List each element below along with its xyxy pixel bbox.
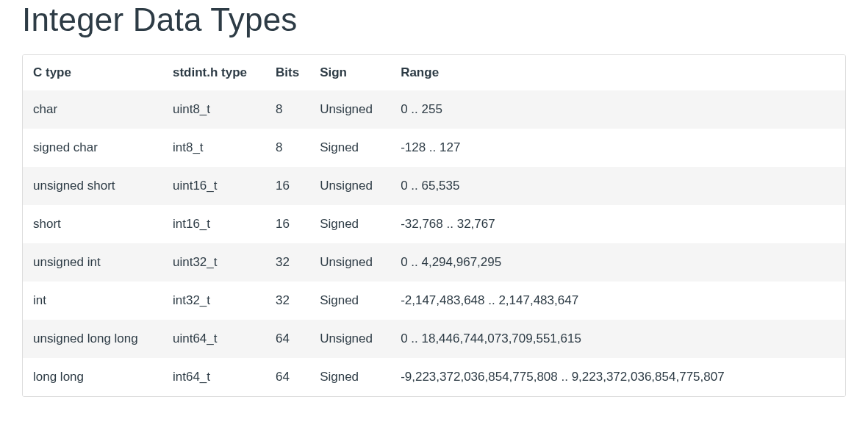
cell-bits: 8	[265, 90, 309, 129]
cell-range: -2,147,483,648 .. 2,147,483,647	[390, 282, 845, 320]
table-row: unsigned short uint16_t 16 Unsigned 0 ..…	[23, 167, 845, 205]
cell-ctype: signed char	[23, 129, 162, 167]
cell-ctype: unsigned long long	[23, 320, 162, 358]
cell-stdint: int16_t	[162, 205, 265, 243]
cell-range: -9,223,372,036,854,775,808 .. 9,223,372,…	[390, 358, 845, 396]
table-row: unsigned int uint32_t 32 Unsigned 0 .. 4…	[23, 243, 845, 282]
cell-stdint: uint64_t	[162, 320, 265, 358]
cell-range: -32,768 .. 32,767	[390, 205, 845, 243]
cell-range: 0 .. 18,446,744,073,709,551,615	[390, 320, 845, 358]
cell-range: 0 .. 4,294,967,295	[390, 243, 845, 282]
cell-sign: Signed	[309, 129, 390, 167]
cell-range: 0 .. 255	[390, 90, 845, 129]
cell-ctype: int	[23, 282, 162, 320]
cell-stdint: int64_t	[162, 358, 265, 396]
table-header-row: C type stdint.h type Bits Sign Range	[23, 55, 845, 90]
table-row: signed char int8_t 8 Signed -128 .. 127	[23, 129, 845, 167]
cell-bits: 64	[265, 358, 309, 396]
cell-ctype: unsigned int	[23, 243, 162, 282]
cell-sign: Unsigned	[309, 243, 390, 282]
cell-sign: Unsigned	[309, 167, 390, 205]
integer-types-table-container: C type stdint.h type Bits Sign Range cha…	[22, 54, 846, 397]
table-row: unsigned long long uint64_t 64 Unsigned …	[23, 320, 845, 358]
cell-stdint: int32_t	[162, 282, 265, 320]
cell-range: -128 .. 127	[390, 129, 845, 167]
cell-bits: 16	[265, 167, 309, 205]
page-title: Integer Data Types	[22, 1, 846, 38]
cell-ctype: char	[23, 90, 162, 129]
col-header-stdint: stdint.h type	[162, 55, 265, 90]
cell-sign: Signed	[309, 282, 390, 320]
table-row: long long int64_t 64 Signed -9,223,372,0…	[23, 358, 845, 396]
col-header-bits: Bits	[265, 55, 309, 90]
cell-stdint: uint16_t	[162, 167, 265, 205]
table-row: char uint8_t 8 Unsigned 0 .. 255	[23, 90, 845, 129]
table-row: short int16_t 16 Signed -32,768 .. 32,76…	[23, 205, 845, 243]
cell-sign: Signed	[309, 358, 390, 396]
cell-stdint: uint32_t	[162, 243, 265, 282]
cell-ctype: short	[23, 205, 162, 243]
cell-bits: 32	[265, 282, 309, 320]
cell-bits: 32	[265, 243, 309, 282]
cell-stdint: int8_t	[162, 129, 265, 167]
cell-sign: Unsigned	[309, 320, 390, 358]
cell-stdint: uint8_t	[162, 90, 265, 129]
cell-sign: Signed	[309, 205, 390, 243]
col-header-range: Range	[390, 55, 845, 90]
table-row: int int32_t 32 Signed -2,147,483,648 .. …	[23, 282, 845, 320]
cell-bits: 64	[265, 320, 309, 358]
cell-ctype: long long	[23, 358, 162, 396]
cell-sign: Unsigned	[309, 90, 390, 129]
cell-ctype: unsigned short	[23, 167, 162, 205]
integer-types-table: C type stdint.h type Bits Sign Range cha…	[23, 55, 845, 396]
col-header-ctype: C type	[23, 55, 162, 90]
cell-range: 0 .. 65,535	[390, 167, 845, 205]
col-header-sign: Sign	[309, 55, 390, 90]
cell-bits: 16	[265, 205, 309, 243]
cell-bits: 8	[265, 129, 309, 167]
